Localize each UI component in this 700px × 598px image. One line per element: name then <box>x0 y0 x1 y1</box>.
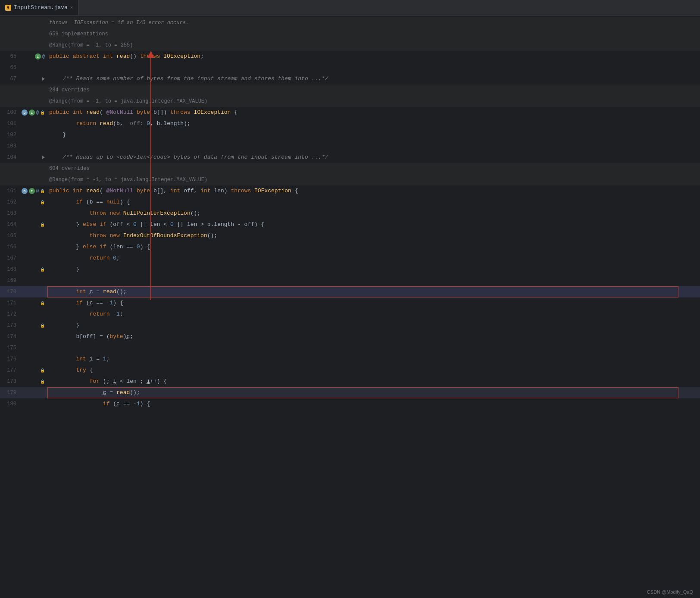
line-row: 180 if (c == -1) { <box>0 398 700 410</box>
line-icons <box>22 163 47 174</box>
line-icons <box>22 275 47 286</box>
line-row: 101 return read(b, off: 0, b.length); <box>0 118 700 129</box>
line-icons: 🔒 <box>22 376 47 387</box>
line-row: 178🔒 for (; i < len ; i++) { <box>0 376 700 387</box>
line-number: 165 <box>0 230 22 241</box>
line-content: try { <box>47 365 700 376</box>
line-icons <box>22 253 47 264</box>
line-content: if (c == -1) { <box>47 398 700 410</box>
line-number: 163 <box>0 208 22 219</box>
line-icons <box>22 62 47 73</box>
line-content: if (b == null) { <box>47 197 700 208</box>
annotation-icon: @ <box>36 110 39 115</box>
line-content: } <box>47 129 700 141</box>
line-icons <box>22 73 47 85</box>
line-row: 66 <box>0 62 700 73</box>
line-number: 174 <box>0 331 22 342</box>
line-row: 103 <box>0 141 700 152</box>
line-number: 164 <box>0 219 22 230</box>
line-content: /** Reads up to <code>len</code> bytes o… <box>47 152 700 163</box>
line-row: 65I@public abstract int read() throws IO… <box>0 51 700 62</box>
lock-icon: 🔒 <box>40 301 45 306</box>
override-icon: O <box>22 188 28 194</box>
lock-icon: 🔒 <box>40 189 45 194</box>
line-content <box>47 275 700 286</box>
line-content: throw new NullPointerException(); <box>47 208 700 219</box>
lines-container: throws IOException = if an I/O error occ… <box>0 17 700 410</box>
line-row: 179 c = read(); <box>0 387 700 398</box>
line-icons <box>22 331 47 342</box>
line-icons <box>22 118 47 129</box>
line-content: return 0; <box>47 253 700 264</box>
line-content: public int read( @NotNull byte b[]) thro… <box>47 107 700 118</box>
line-icons <box>22 354 47 365</box>
line-icons: I@ <box>22 51 47 62</box>
override-icon: O <box>22 110 28 116</box>
editor-area: throws IOException = if an I/O error occ… <box>0 16 700 598</box>
line-icons <box>22 342 47 354</box>
line-icons <box>22 141 47 152</box>
line-icons <box>22 174 47 185</box>
line-icons <box>22 152 47 163</box>
line-row: 174 b[off] = (byte)c; <box>0 331 700 342</box>
line-content: @Range(from = -1, to = 255) <box>47 40 700 51</box>
line-number: 180 <box>0 398 22 410</box>
lock-icon: 🔒 <box>40 110 45 115</box>
tab-inputstream[interactable]: G InputStream.java × <box>0 0 78 15</box>
line-number: 65 <box>0 51 22 62</box>
line-content: int c = read(); <box>47 286 700 297</box>
line-number: 176 <box>0 354 22 365</box>
line-icons <box>22 230 47 241</box>
line-row: @Range(from = -1, to = 255) <box>0 40 700 51</box>
line-row: 161OI@🔒public int read( @NotNull byte b[… <box>0 185 700 197</box>
line-number: 172 <box>0 309 22 320</box>
line-number: 67 <box>0 73 22 85</box>
line-row: 234 overrides <box>0 85 700 96</box>
line-icons <box>22 96 47 107</box>
line-icons <box>22 208 47 219</box>
fold-icon[interactable] <box>42 156 45 159</box>
line-number: 175 <box>0 342 22 354</box>
line-row: 176 int i = 1; <box>0 354 700 365</box>
line-content: /** Reads some number of bytes from the … <box>47 73 700 85</box>
line-content: c = read(); <box>47 387 700 398</box>
line-row: @Range(from = -1, to = java.lang.Integer… <box>0 96 700 107</box>
line-content: 604 overrides <box>47 163 700 174</box>
impl-icon: I <box>35 53 41 59</box>
line-content: } <box>47 264 700 275</box>
line-icons <box>22 17 47 28</box>
impl-icon: I <box>29 188 35 194</box>
code-content: throws IOException = if an I/O error occ… <box>0 16 700 598</box>
line-content: return read(b, off: 0, b.length); <box>47 118 700 129</box>
line-number: 162 <box>0 197 22 208</box>
line-number: 170 <box>0 286 22 297</box>
line-row: 604 overrides <box>0 163 700 174</box>
line-row: 173🔒 } <box>0 320 700 331</box>
fold-icon[interactable] <box>42 77 45 81</box>
line-number: 168 <box>0 264 22 275</box>
line-number <box>0 40 22 51</box>
line-number: 167 <box>0 253 22 264</box>
line-icons <box>22 286 47 297</box>
line-content: b[off] = (byte)c; <box>47 331 700 342</box>
line-number <box>0 17 22 28</box>
line-content: int i = 1; <box>47 354 700 365</box>
line-row: 168🔒 } <box>0 264 700 275</box>
lock-icon: 🔒 <box>40 368 45 373</box>
line-content: } <box>47 320 700 331</box>
line-row: 169 <box>0 275 700 286</box>
annotation-icon: @ <box>42 54 45 59</box>
line-row: 165 throw new IndexOutOfBoundsException(… <box>0 230 700 241</box>
line-icons <box>22 129 47 141</box>
tab-close-button[interactable]: × <box>70 5 73 10</box>
line-content: @Range(from = -1, to = java.lang.Integer… <box>47 96 700 107</box>
line-content <box>47 342 700 354</box>
line-row: 163 throw new NullPointerException(); <box>0 208 700 219</box>
line-content: throws IOException = if an I/O error occ… <box>47 17 700 28</box>
line-row: @Range(from = -1, to = java.lang.Integer… <box>0 174 700 185</box>
line-number <box>0 96 22 107</box>
watermark: CSDN @Modify_QaQ <box>647 589 693 595</box>
line-number: 161 <box>0 185 22 197</box>
tab-file-icon: G <box>5 5 11 11</box>
line-number <box>0 28 22 40</box>
